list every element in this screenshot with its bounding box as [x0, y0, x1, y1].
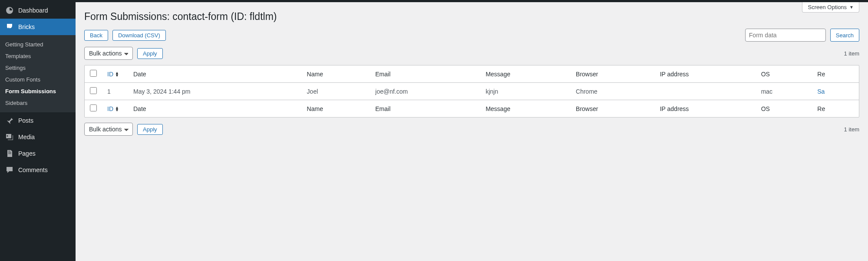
bulk-actions-select-top[interactable]: Bulk actions [84, 47, 133, 60]
sidebar-label: Bricks [18, 23, 35, 30]
subitem-settings[interactable]: Settings [0, 62, 76, 74]
sidebar-item-media[interactable]: Media [0, 129, 76, 145]
select-all-bottom[interactable] [90, 104, 97, 111]
col-email: Email [370, 100, 480, 117]
cell-ip [655, 83, 756, 100]
col-os: OS [756, 100, 812, 117]
cell-browser: Chrome [571, 83, 655, 100]
col-date: Date [128, 100, 302, 117]
col-name: Name [302, 100, 370, 117]
col-name: Name [302, 65, 370, 83]
sidebar-item-bricks[interactable]: Bricks [0, 19, 76, 35]
col-ip: IP address [655, 65, 756, 83]
sidebar-label: Dashboard [18, 7, 48, 14]
col-date: Date [128, 65, 302, 83]
chevron-down-icon: ▼ [849, 5, 854, 10]
col-os: OS [756, 65, 812, 83]
screen-options-label: Screen Options [808, 4, 847, 10]
item-count-bottom: 1 item [844, 126, 859, 133]
action-row-top: Back Download (CSV) Search [84, 29, 859, 42]
cell-id: 1 [102, 83, 128, 100]
select-all-top[interactable] [90, 70, 97, 77]
screen-options-toggle[interactable]: Screen Options ▼ [802, 2, 859, 13]
sidebar-item-comments[interactable]: Comments [0, 162, 76, 178]
row-action-link[interactable]: Sa [817, 88, 825, 95]
download-csv-button[interactable]: Download (CSV) [112, 30, 166, 41]
cell-email: joe@nf.com [370, 83, 480, 100]
bulk-row-top: Bulk actions Apply 1 item [84, 47, 859, 60]
apply-button-bottom[interactable]: Apply [137, 124, 163, 135]
col-id-sort[interactable]: ID ▲▼ [107, 71, 119, 78]
col-message: Message [480, 100, 571, 117]
bulk-row-bottom: Bulk actions Apply 1 item [84, 123, 859, 136]
cell-os: mac [756, 83, 812, 100]
admin-sidebar: Dashboard Bricks Getting Started Templat… [0, 2, 76, 261]
sidebar-item-posts[interactable]: Posts [0, 112, 76, 129]
pin-icon [5, 116, 14, 125]
main-content: Screen Options ▼ Form Submissions: conta… [76, 2, 868, 261]
col-message: Message [480, 65, 571, 83]
sort-arrows-icon: ▲▼ [115, 72, 119, 77]
comments-icon [5, 166, 14, 174]
pages-icon [5, 149, 14, 158]
col-browser: Browser [571, 65, 655, 83]
subitem-getting-started[interactable]: Getting Started [0, 39, 76, 50]
sidebar-item-dashboard[interactable]: Dashboard [0, 2, 76, 19]
sort-arrows-icon: ▲▼ [115, 106, 119, 111]
subitem-custom-fonts[interactable]: Custom Fonts [0, 74, 76, 85]
back-button[interactable]: Back [84, 30, 108, 41]
sidebar-label: Pages [18, 150, 36, 157]
media-icon [5, 133, 14, 141]
subitem-form-submissions[interactable]: Form Submissions [0, 85, 76, 97]
submissions-table: ID ▲▼ Date Name Email Message Browser IP… [85, 65, 859, 117]
item-count-top: 1 item [844, 50, 859, 57]
cell-message: kjnjn [480, 83, 571, 100]
submissions-table-wrap: ID ▲▼ Date Name Email Message Browser IP… [84, 65, 859, 117]
page-title: Form Submissions: contact-form (ID: fldt… [84, 11, 859, 23]
subitem-templates[interactable]: Templates [0, 50, 76, 62]
col-ref: Re [812, 100, 859, 117]
row-checkbox[interactable] [90, 87, 97, 94]
col-id-sort-bottom[interactable]: ID ▲▼ [107, 105, 119, 112]
search-button[interactable]: Search [830, 29, 859, 42]
col-ip: IP address [655, 100, 756, 117]
subitem-sidebars[interactable]: Sidebars [0, 97, 76, 109]
dashboard-icon [5, 6, 14, 15]
bricks-icon [5, 23, 14, 31]
bulk-actions-select-bottom[interactable]: Bulk actions [84, 123, 133, 136]
cell-name: Joel [302, 83, 370, 100]
sidebar-label: Media [18, 134, 35, 140]
col-email: Email [370, 65, 480, 83]
apply-button-top[interactable]: Apply [137, 48, 163, 59]
sidebar-label: Comments [18, 166, 48, 173]
cell-date: May 3, 2024 1:44 pm [128, 83, 302, 100]
search-input[interactable] [745, 29, 826, 42]
sidebar-label: Posts [18, 117, 33, 124]
col-browser: Browser [571, 100, 655, 117]
bricks-submenu: Getting Started Templates Settings Custo… [0, 35, 76, 112]
table-row: 1 May 3, 2024 1:44 pm Joel joe@nf.com kj… [85, 83, 859, 100]
sidebar-item-pages[interactable]: Pages [0, 145, 76, 162]
col-ref: Re [812, 65, 859, 83]
